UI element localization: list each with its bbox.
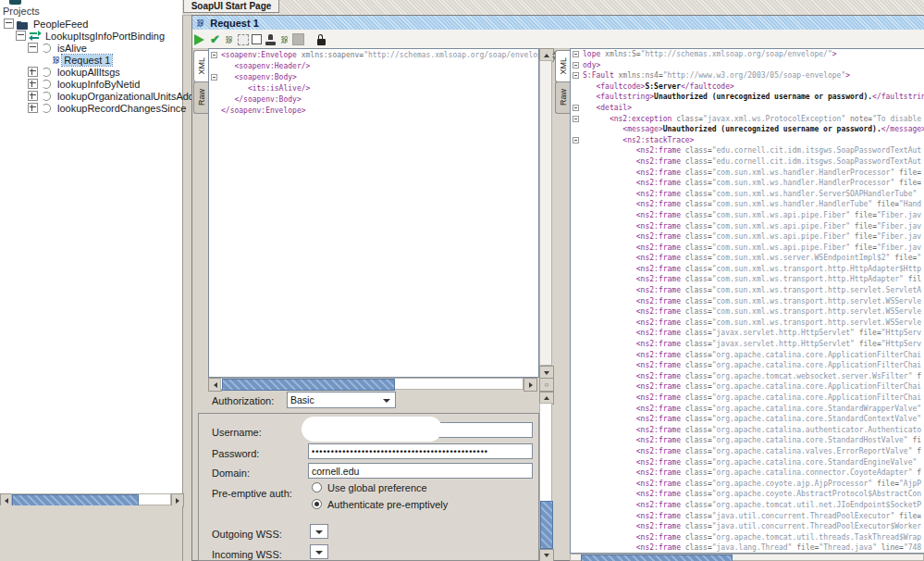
code-line: <ns2:frame class="com.sun.xml.ws.transpo…: [571, 264, 924, 275]
fold-toggle-icon[interactable]: [573, 62, 579, 69]
tree-item-label[interactable]: isAlive: [55, 43, 89, 54]
radio-authenticate-preemptively-label[interactable]: Authenticate pre-emptively: [327, 499, 448, 510]
code-line: <message>Unauthorized (unrecognized user…: [571, 124, 924, 135]
chevron-down-icon: [315, 530, 323, 534]
code-line: <ns2:frame class="com.sun.xml.ws.handler…: [571, 189, 924, 200]
operation-icon: [41, 43, 54, 54]
fold-toggle-icon[interactable]: [211, 74, 217, 81]
tree-expander-icon[interactable]: [28, 91, 38, 101]
add-assertion-button[interactable]: ✔: [209, 33, 221, 45]
tree-item-isalive[interactable]: isAlive: [28, 42, 89, 54]
request-scroll-right-icon[interactable]: [524, 378, 537, 392]
folder-icon: [17, 19, 30, 30]
ws-security-button[interactable]: [315, 33, 327, 45]
fold-toggle-icon[interactable]: [573, 105, 579, 111]
code-line: <ns2:frame class="javax.servlet.http.Htt…: [571, 328, 924, 339]
code-line: <ns2:frame class="com.sun.xml.ws.transpo…: [571, 318, 924, 329]
code-line: <ns2:frame class="org.apache.catalina.co…: [571, 435, 924, 446]
clear-request-button[interactable]: [251, 33, 263, 45]
auth-vscroll-thumb[interactable]: [540, 501, 553, 549]
code-line: <ns2:frame class="com.sun.xml.ws.transpo…: [571, 296, 924, 307]
tree-expander-icon[interactable]: [28, 43, 38, 53]
fold-toggle-icon[interactable]: [573, 137, 579, 143]
code-line: </soapenv:Body>: [209, 94, 538, 106]
operation-icon: [41, 67, 54, 78]
project-navigator-panel: Projects PeopleFeedLookupItsgInfoPortBin…: [0, 0, 183, 561]
tree-item-label[interactable]: lookupOrganizationalUnitsAdde: [55, 91, 202, 102]
editor-corner-button[interactable]: ○: [539, 378, 554, 392]
code-line: <ns2:frame class="com.sun.xml.ws.handler…: [571, 168, 924, 179]
soapui-app: Projects PeopleFeedLookupItsgInfoPortBin…: [0, 0, 924, 561]
code-line: <ns2:frame class="org.apache.tomcat.util…: [571, 500, 924, 511]
response-xml-viewer[interactable]: lope xmlns:S="http://schemas.xmlsoap.org…: [571, 49, 924, 553]
check-icon: ✔: [210, 33, 220, 45]
radio-use-global-preference[interactable]: [312, 482, 322, 492]
radio-authenticate-preemptively[interactable]: [312, 499, 322, 509]
tree-expander-icon[interactable]: [28, 67, 38, 77]
request-hscroll-thumb[interactable]: [222, 379, 395, 391]
request-window-titlebar[interactable]: SOAP Request 1: [192, 16, 924, 30]
tree-item-label[interactable]: lookupRecordChangesSince: [55, 103, 188, 114]
code-line: S:Fault xmlns:ns4="http://www.w3.org/200…: [571, 70, 924, 81]
tree-item-request-1[interactable]: SOAPRequest 1: [40, 54, 112, 66]
interface-icon: [29, 31, 42, 42]
fold-toggle-icon[interactable]: [211, 52, 217, 58]
tree-item-lookupallitsgs[interactable]: lookupAllItsgs: [28, 66, 122, 78]
recreate-request-button[interactable]: [237, 33, 249, 45]
outgoing-wss-select[interactable]: [310, 524, 328, 539]
fold-toggle-icon[interactable]: [573, 51, 579, 57]
soap-icon: SOAP: [226, 36, 232, 44]
domain-field[interactable]: [308, 463, 533, 479]
tree-expander-icon[interactable]: [4, 19, 14, 29]
tree-item-lookuporganizationalunitsadde[interactable]: lookupOrganizationalUnitsAdde: [28, 90, 202, 102]
gray-square-icon: [292, 33, 304, 45]
tree-item-label[interactable]: PeopleFeed: [31, 19, 90, 30]
chevron-down-icon: [315, 551, 323, 555]
response-hscroll-thumb[interactable]: [581, 555, 733, 561]
code-line: <ns2:frame class="org.apache.catalina.co…: [571, 381, 924, 393]
radio-use-global-preference-label[interactable]: Use global preference: [327, 482, 427, 493]
submit-request-button[interactable]: [193, 33, 205, 45]
tree-item-lookupinfobynetid[interactable]: lookupInfoByNetid: [28, 78, 142, 90]
tree-expander-icon[interactable]: [28, 103, 38, 113]
fold-toggle-icon[interactable]: [573, 116, 579, 122]
soap-action-button[interactable]: SOAP: [223, 33, 235, 45]
code-line: <ns2:frame class="org.apache.tomcat.webs…: [571, 371, 924, 382]
authorization-type-select[interactable]: Basic: [287, 392, 396, 408]
tree-item-lookuprecordchangessince[interactable]: lookupRecordChangesSince: [28, 102, 188, 114]
tree-item-label[interactable]: lookupInfoByNetid: [55, 79, 142, 90]
tree-item-peoplefeed[interactable]: PeopleFeed: [4, 18, 90, 30]
request-window-title: Request 1: [210, 18, 259, 29]
chevron-down-icon: [383, 399, 390, 403]
request-tab-raw[interactable]: Raw: [193, 81, 209, 114]
response-tab-xml[interactable]: XML: [555, 50, 571, 82]
auth-scroll-down-icon[interactable]: [539, 549, 554, 561]
tab-soapui-start-page[interactable]: SoapUI Start Page: [183, 0, 279, 13]
code-line: <ns2:frame class="com.sun.xml.ws.api.pip…: [571, 221, 924, 232]
tree-item-label[interactable]: lookupAllItsgs: [55, 67, 122, 78]
request-tab-xml[interactable]: XML: [193, 50, 209, 82]
tree-item-label[interactable]: LookupItsgInfoPortBinding: [43, 31, 166, 42]
soap-action2-button[interactable]: SOAP: [278, 33, 290, 45]
stamp-button[interactable]: [265, 33, 277, 45]
tree-item-lookupitsginfoportbinding[interactable]: LookupItsgInfoPortBinding: [16, 30, 166, 42]
tree-expander-icon[interactable]: [28, 79, 38, 89]
response-tab-raw[interactable]: Raw: [555, 81, 571, 114]
request-vscroll-track[interactable]: [539, 60, 552, 366]
fold-toggle-icon[interactable]: [573, 72, 579, 79]
code-line: <ns2:frame class="com.sun.xml.ws.transpo…: [571, 285, 924, 296]
code-line: <ns2:frame class="com.sun.xml.ws.handler…: [571, 199, 924, 210]
password-field[interactable]: [308, 443, 533, 459]
request-xml-editor[interactable]: <soapenv:Envelope xmlns:soapenv="http://…: [209, 50, 538, 377]
code-line: <ns2:frame class="org.apache.catalina.co…: [571, 350, 924, 361]
tree-item-label[interactable]: Request 1: [62, 55, 112, 66]
incoming-wss-select[interactable]: [310, 544, 328, 559]
code-line: <ns2:frame class="org.apache.catalina.au…: [571, 425, 924, 436]
outgoing-wss-label: Outgoing WSS:: [212, 529, 282, 540]
code-line: <ns2:frame class="com.sun.xml.ws.api.pip…: [571, 231, 924, 243]
code-line: <ns2:frame class="com.sun.xml.ws.transpo…: [571, 274, 924, 285]
code-line: <ns2:frame class="org.apache.catalina.va…: [571, 446, 924, 457]
code-line: <detail>: [571, 103, 924, 114]
code-line: <ns2:frame class="org.apache.catalina.co…: [571, 457, 924, 468]
tree-expander-icon[interactable]: [16, 31, 26, 41]
